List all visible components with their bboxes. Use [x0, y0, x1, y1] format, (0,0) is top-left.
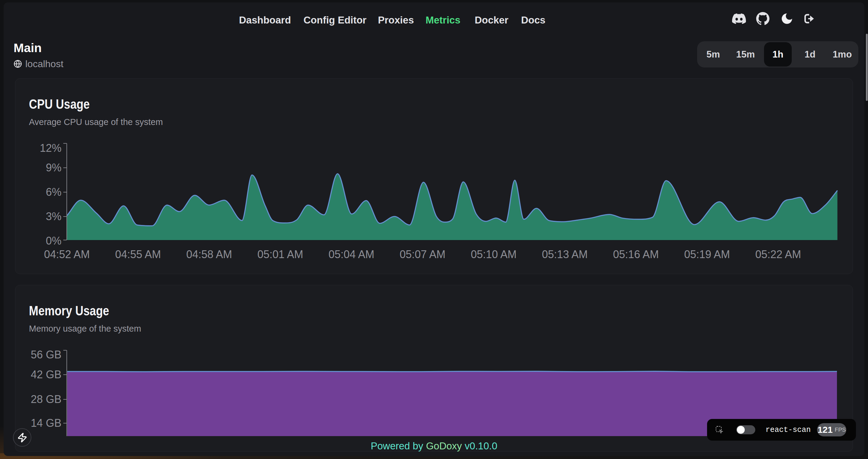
svg-text:42 GB: 42 GB	[31, 368, 61, 381]
svg-text:28 GB: 28 GB	[31, 393, 61, 405]
svg-text:56 GB: 56 GB	[31, 349, 61, 361]
svg-text:14 GB: 14 GB	[31, 417, 61, 429]
